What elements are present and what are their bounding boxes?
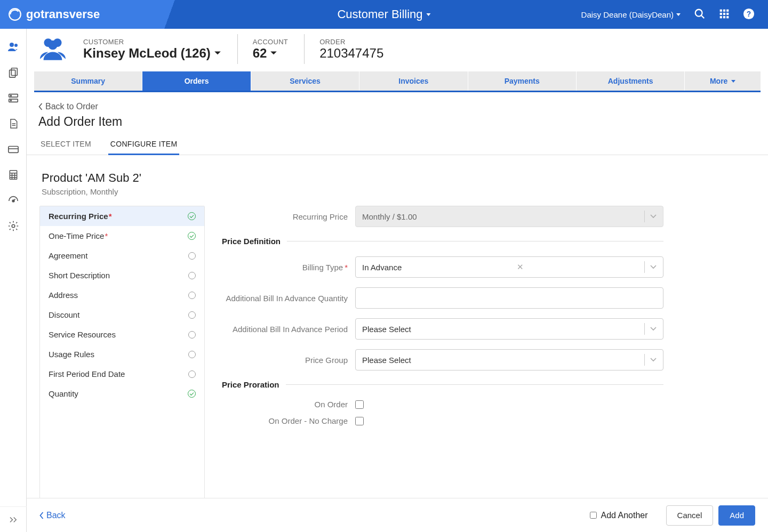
subtab-select-item[interactable]: SELECT ITEM [38, 135, 93, 155]
back-to-order-link[interactable]: Back to Order [27, 92, 768, 115]
add-another-checkbox[interactable] [590, 512, 597, 519]
form-scroll[interactable]: Product 'AM Sub 2' Subscription, Monthly… [34, 155, 761, 498]
svg-rect-24 [8, 147, 18, 153]
back-button[interactable]: Back [39, 511, 66, 520]
svg-point-1 [695, 9, 702, 16]
status-empty-icon [188, 331, 196, 338]
recurring-price-select[interactable]: Monthly / $1.00 [355, 206, 663, 227]
price-definition-label: Price Definition [222, 237, 287, 246]
status-complete-icon [188, 232, 196, 240]
section-short-description[interactable]: Short Description [40, 265, 204, 285]
main-area: CUSTOMER Kinsey McLeod (126) ACCOUNT 62 … [27, 29, 768, 532]
rail-card-icon[interactable] [0, 136, 27, 162]
on-order-nocharge-checkbox[interactable] [355, 417, 364, 425]
svg-rect-17 [9, 70, 15, 77]
svg-point-34 [12, 224, 15, 228]
rail-document-icon[interactable] [0, 111, 27, 136]
tab-services[interactable]: Services [251, 71, 359, 91]
tab-orders[interactable]: Orders [142, 71, 251, 91]
order-value: 210347475 [319, 46, 383, 61]
page-title: Add Order Item [27, 115, 768, 135]
svg-point-20 [10, 95, 11, 96]
svg-rect-7 [723, 12, 725, 14]
caret-down-icon [214, 51, 221, 56]
help-icon[interactable]: ? [743, 8, 755, 21]
caret-down-icon [270, 51, 277, 56]
wizard-footer: Back Add Another Cancel Add [27, 498, 768, 532]
brand-logo[interactable]: gotransverse [0, 0, 203, 29]
divider [286, 384, 663, 385]
chevron-down-icon [644, 354, 657, 366]
section-label: Recurring Price [49, 212, 108, 221]
addl-qty-input[interactable] [355, 287, 663, 309]
section-label: Short Description [49, 271, 110, 280]
rail-customers-icon[interactable] [0, 34, 27, 60]
add-another-checkbox-label[interactable]: Add Another [590, 511, 648, 520]
rail-dashboard-icon[interactable] [0, 188, 27, 213]
rail-copy-icon[interactable] [0, 60, 27, 85]
section-first-period-end-date[interactable]: First Period End Date [40, 364, 204, 384]
top-bar: gotransverse Customer Billing Daisy Dean… [0, 0, 768, 29]
svg-rect-5 [726, 9, 729, 11]
addl-period-select[interactable]: Please Select [355, 318, 663, 340]
product-subtitle: Subscription, Monthly [39, 185, 755, 206]
section-recurring-price[interactable]: Recurring Price* [40, 206, 204, 226]
account-dropdown[interactable]: 62 [253, 46, 288, 61]
svg-point-37 [48, 40, 57, 49]
section-one-time-price[interactable]: One-Time Price* [40, 226, 204, 246]
product-title: Product 'AM Sub 2' [39, 171, 755, 185]
section-quantity[interactable]: Quantity [40, 384, 204, 404]
status-complete-icon [188, 390, 196, 398]
section-label: First Period End Date [49, 369, 125, 378]
on-order-label: On Order [222, 400, 355, 409]
addl-period-label: Additional Bill In Advance Period [222, 325, 355, 334]
add-another-text: Add Another [601, 511, 648, 520]
apps-grid-icon[interactable] [719, 9, 730, 21]
customer-name-dropdown[interactable]: Kinsey McLeod (126) [83, 46, 221, 61]
section-address[interactable]: Address [40, 285, 204, 305]
section-agreement[interactable]: Agreement [40, 246, 204, 265]
section-usage-rules[interactable]: Usage Rules [40, 344, 204, 364]
search-icon[interactable] [694, 8, 706, 21]
section-discount[interactable]: Discount [40, 305, 204, 325]
topbar-right: Daisy Deane (DaisyDean) ? [581, 8, 768, 21]
module-title-text: Customer Billing [337, 7, 422, 21]
tab-invoices[interactable]: Invoices [359, 71, 468, 91]
rail-calculator-icon[interactable] [0, 162, 27, 188]
billing-type-select[interactable]: In Advance ✕ [355, 256, 663, 278]
form-fields: Recurring Price Monthly / $1.00 Price De [205, 206, 663, 498]
price-proration-header: Price Proration [222, 380, 663, 389]
context-header: CUSTOMER Kinsey McLeod (126) ACCOUNT 62 … [27, 29, 768, 64]
add-label: Add [730, 511, 744, 520]
subtab-configure-item[interactable]: CONFIGURE ITEM [108, 135, 180, 155]
svg-text:?: ? [747, 10, 751, 18]
rail-settings-icon[interactable] [0, 213, 27, 239]
status-empty-icon [188, 311, 196, 319]
tab-summary[interactable]: Summary [34, 71, 142, 91]
svg-rect-26 [10, 171, 17, 180]
price-group-select[interactable]: Please Select [355, 349, 663, 370]
module-title[interactable]: Customer Billing [337, 7, 430, 21]
svg-rect-4 [723, 9, 725, 11]
svg-rect-11 [726, 16, 729, 18]
user-menu[interactable]: Daisy Deane (DaisyDean) [581, 10, 681, 19]
status-empty-icon [188, 370, 196, 378]
tab-payments[interactable]: Payments [468, 71, 577, 91]
rail-expand-icon[interactable] [0, 506, 27, 532]
user-name: Daisy Deane (DaisyDean) [581, 10, 674, 19]
chevron-down-icon [644, 323, 657, 335]
tab-more-label: More [710, 77, 727, 85]
cancel-button[interactable]: Cancel [666, 505, 714, 526]
chevron-down-icon [644, 261, 657, 273]
add-button[interactable]: Add [718, 505, 755, 526]
clear-icon[interactable]: ✕ [517, 262, 529, 272]
customer-icon [38, 36, 67, 63]
price-proration-label: Price Proration [222, 380, 286, 389]
tab-adjustments[interactable]: Adjustments [577, 71, 685, 91]
on-order-checkbox[interactable] [355, 400, 364, 409]
tab-more[interactable]: More [685, 71, 761, 91]
rail-server-icon[interactable] [0, 85, 27, 111]
side-rail [0, 29, 27, 532]
section-service-resources[interactable]: Service Resources [40, 325, 204, 344]
svg-point-15 [14, 44, 18, 47]
